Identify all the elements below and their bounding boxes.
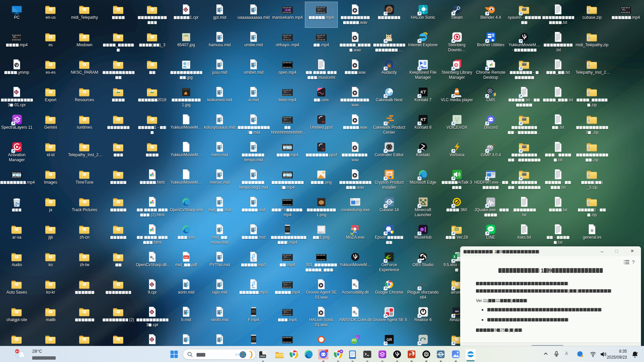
svg-text:9+: 9+	[15, 350, 18, 353]
svg-text:z: z	[637, 351, 638, 354]
